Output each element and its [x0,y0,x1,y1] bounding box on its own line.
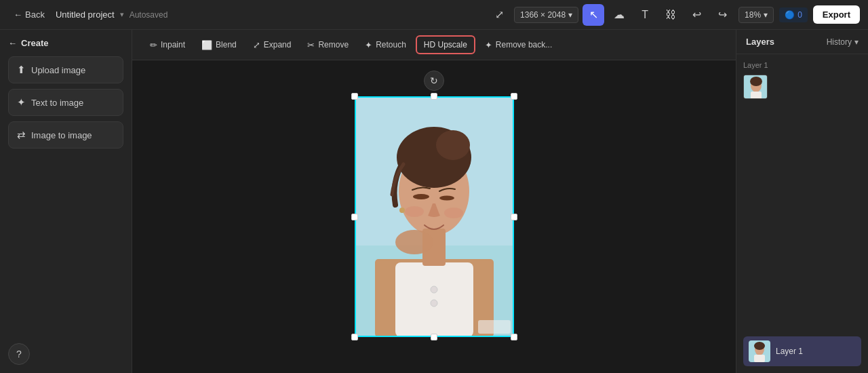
remove-icon: ✂ [307,40,315,50]
inpaint-label: Inpaint [161,40,185,50]
remove-label: Remove [318,40,349,50]
inpaint-icon: ✏ [150,40,157,50]
points-badge: 🔵 0 [779,7,808,22]
svg-point-23 [754,342,765,350]
chevron-down-icon[interactable]: ▾ [120,10,124,19]
lasso-tool-button[interactable]: ☁ [608,4,630,26]
canvas-area: ✏ Inpaint ⬜ Blend ⤢ Expand ✂ Remove ✦ Re… [132,30,736,373]
layers-panel: Layer 1 [736,54,868,373]
layer-card-name: Layer 1 [776,347,803,356]
blend-label: Blend [216,40,237,50]
refresh-button[interactable]: ↻ [424,71,444,91]
right-sidebar-header: Layers History ▾ [736,30,868,54]
handle-top-left[interactable] [351,93,358,100]
points-value: 0 [797,10,802,20]
topbar-right: 18% ▾ 🔵 0 Export [738,5,860,24]
export-button[interactable]: Export [813,5,860,24]
image-to-image-label: Image to image [31,130,92,140]
create-header: ← Create [8,38,123,48]
layer-card-thumbnail [749,340,770,362]
svg-point-13 [399,208,405,213]
autosaved-label: Autosaved [130,10,168,20]
text-to-image-button[interactable]: ✦ Text to image [8,89,123,116]
blend-icon: ⬜ [201,40,212,50]
handle-middle-left[interactable] [351,214,358,220]
retouch-label: Retouch [376,40,406,50]
remove-back-button[interactable]: ✦ Remove back... [478,37,559,54]
inpaint-button[interactable]: ✏ Inpaint [143,37,192,54]
history-chevron-icon: ▾ [854,37,859,47]
layer-card[interactable]: Layer 1 [743,336,861,366]
svg-point-14 [431,286,437,293]
topbar-center: ⤢ 1366 × 2048 ▾ ↖ ☁ T ⛓ ↩ ↪ [488,4,733,26]
svg-point-12 [395,230,433,254]
handle-middle-right[interactable] [511,214,517,220]
redo-button[interactable]: ↪ [711,4,733,26]
canvas-image-container[interactable]: ↻ [355,96,514,337]
topbar: ← Back Untitled project ▾ Autosaved ⤢ 13… [0,0,868,30]
portrait-image [355,96,514,337]
project-name[interactable]: Untitled project [56,9,115,20]
svg-rect-20 [751,92,762,99]
expand-button[interactable]: ⤢ Expand [246,37,298,54]
right-sidebar: Layers History ▾ Layer 1 [736,30,868,373]
svg-rect-16 [478,320,511,334]
handle-top-middle[interactable] [431,93,437,100]
text-tool-button[interactable]: T [634,4,656,26]
help-button[interactable]: ? [8,343,30,365]
handle-bottom-middle[interactable] [431,334,437,340]
layer-card-image [749,340,770,362]
handle-top-right[interactable] [511,93,517,100]
remove-back-icon: ✦ [485,40,492,50]
canvas-size-value: 1366 × 2048 [520,10,566,20]
svg-point-9 [439,196,454,201]
select-tool-button[interactable]: ↖ [583,4,604,26]
undo-button[interactable]: ↩ [686,4,707,26]
upload-image-button[interactable]: ⬆ Upload image [8,56,123,83]
text-to-image-label: Text to image [31,98,83,108]
svg-point-8 [413,194,429,199]
handle-bottom-left[interactable] [351,334,358,340]
help-icon: ? [16,349,22,359]
svg-point-11 [444,208,463,218]
layer-thumb-image [744,75,768,99]
svg-point-6 [436,130,470,160]
edit-toolbar: ✏ Inpaint ⬜ Blend ⤢ Expand ✂ Remove ✦ Re… [132,30,736,60]
create-arrow-icon: ← [8,38,17,48]
canvas-size-chevron-icon: ▾ [568,10,572,20]
history-label: History [827,37,852,47]
retouch-icon: ✦ [365,40,372,50]
zoom-chevron-icon: ▾ [764,10,768,20]
blend-button[interactable]: ⬜ Blend [195,37,243,54]
remove-back-label: Remove back... [496,40,552,50]
history-button[interactable]: History ▾ [827,37,859,47]
layer-thumbnail[interactable] [743,75,768,99]
zoom-selector[interactable]: 18% ▾ [738,7,774,23]
image-to-image-icon: ⇄ [17,129,26,141]
topbar-left: ← Back Untitled project ▾ Autosaved [8,7,483,22]
create-label: Create [21,38,48,48]
left-sidebar: ← Create ⬆ Upload image ✦ Text to image … [0,30,132,373]
points-icon: 🔵 [785,10,795,20]
layer-card-container: Layer 1 [743,336,861,366]
expand-label: Expand [264,40,292,50]
upload-icon: ⬆ [17,64,26,76]
handle-bottom-right[interactable] [511,334,517,340]
layer1-section-label: Layer 1 [743,61,861,69]
canvas-wrapper[interactable]: ↻ [132,60,736,373]
svg-point-10 [405,206,424,217]
canvas-size-selector[interactable]: 1366 × 2048 ▾ [514,7,578,23]
svg-point-15 [431,300,437,307]
layer-thumb-preview [744,75,767,98]
remove-button[interactable]: ✂ Remove [300,37,355,54]
back-button[interactable]: ← Back [8,7,50,22]
refresh-icon: ↻ [430,75,438,86]
back-arrow-icon: ← [14,9,22,20]
image-to-image-button[interactable]: ⇄ Image to image [8,121,123,149]
retouch-button[interactable]: ✦ Retouch [358,37,413,54]
zoom-value: 18% [745,10,761,20]
resize-icon[interactable]: ⤢ [488,4,510,26]
text-to-image-icon: ✦ [17,96,26,109]
hd-upscale-button[interactable]: HD Upscale [416,35,475,54]
link-tool-button[interactable]: ⛓ [660,4,682,26]
